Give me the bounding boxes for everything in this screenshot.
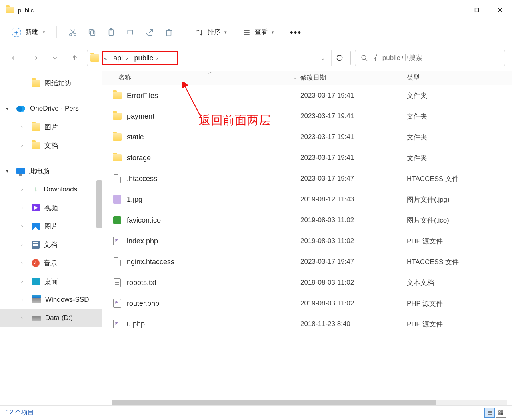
sidebar-item-label: 图片: [44, 222, 58, 231]
file-row[interactable]: u.php 2018-11-23 8:40 PHP 源文件: [102, 314, 512, 334]
svg-line-7: [71, 29, 74, 34]
maximize-button[interactable]: [465, 0, 488, 20]
sidebar-item-音乐[interactable]: › 音乐: [0, 254, 102, 272]
new-button[interactable]: ＋ 新建 ▾: [8, 25, 49, 40]
file-row[interactable]: .htaccess 2023-03-17 19:47 HTACCESS 文件: [102, 168, 512, 189]
window-folder-icon: [6, 7, 14, 13]
sidebar-item-图片[interactable]: › 图片: [0, 118, 102, 136]
share-button[interactable]: [141, 24, 158, 40]
cut-button[interactable]: [64, 24, 82, 40]
caret-icon: ›: [21, 242, 28, 247]
file-row[interactable]: robots.txt 2019-08-03 11:02 文本文档: [102, 272, 512, 293]
horizontal-scrollbar[interactable]: [112, 400, 507, 405]
svg-rect-12: [127, 31, 132, 34]
sidebar-item-OneDrive - Pers[interactable]: ▾ OneDrive - Pers: [0, 100, 102, 118]
sidebar-item-Downloads[interactable]: › ↓ Downloads: [0, 180, 102, 199]
file-type: 图片文件(.jpg): [407, 195, 450, 204]
toolbar: ＋ 新建 ▾ 排序 ▾ 查看 ▾ •••: [0, 20, 512, 45]
status-bar: 12 个项目: [0, 405, 512, 420]
minimize-button[interactable]: [442, 0, 465, 20]
sidebar-item-图纸加边[interactable]: 图纸加边: [0, 74, 102, 92]
sidebar-item-Windows-SSD[interactable]: › Windows-SSD: [0, 291, 102, 309]
more-button[interactable]: •••: [287, 27, 305, 38]
sidebar-item-桌面[interactable]: › 桌面: [0, 272, 102, 291]
details-view-button[interactable]: [484, 408, 495, 418]
window-controls: [442, 0, 512, 20]
delete-button[interactable]: [160, 24, 178, 40]
sidebar-item-此电脑[interactable]: ▾ 此电脑: [0, 162, 102, 180]
file-type: PHP 源文件: [407, 299, 443, 308]
main-pane: ︿ 名称 ⌄ 修改日期 类型 ErrorFiles 2023-03-17 19:…: [102, 71, 512, 405]
up-button[interactable]: [67, 50, 83, 66]
svg-rect-32: [499, 411, 500, 412]
breadcrumb-public[interactable]: public ›: [132, 54, 160, 62]
sidebar-item-label: OneDrive - Pers: [30, 105, 79, 113]
column-name[interactable]: ︿ 名称 ⌄: [102, 74, 300, 82]
column-type-label: 类型: [407, 74, 420, 81]
close-button[interactable]: [488, 0, 512, 20]
sidebar-item-图片[interactable]: › 图片: [0, 217, 102, 235]
sidebar-item-label: 音乐: [44, 259, 57, 268]
column-type[interactable]: 类型: [407, 74, 512, 82]
sidebar-item-视频[interactable]: › 视频: [0, 199, 102, 217]
caret-icon: ›: [21, 205, 28, 211]
svg-rect-8: [90, 31, 95, 35]
window-title: public: [18, 7, 34, 14]
file-row[interactable]: favicon.ico 2019-08-03 11:02 图片文件(.ico): [102, 210, 512, 231]
file-date: 2019-08-03 11:02: [300, 299, 407, 307]
file-row[interactable]: ErrorFiles 2023-03-17 19:41 文件夹: [102, 85, 512, 106]
file-date: 2023-03-17 19:47: [300, 175, 407, 183]
caret-icon: ▾: [6, 168, 12, 174]
file-type: HTACCESS 文件: [407, 257, 459, 267]
file-row[interactable]: storage 2023-03-17 19:41 文件夹: [102, 147, 512, 168]
copy-button[interactable]: [83, 24, 101, 40]
sidebar-item-label: 文档: [44, 141, 58, 150]
scrollbar-thumb[interactable]: [96, 180, 102, 228]
forward-button[interactable]: [27, 50, 43, 66]
column-date[interactable]: 修改日期: [300, 74, 407, 82]
column-name-label: 名称: [118, 74, 131, 82]
file-date: 2019-08-03 11:02: [300, 279, 407, 287]
svg-rect-9: [89, 29, 94, 34]
breadcrumb-api[interactable]: api ›: [111, 54, 130, 62]
folder-icon: [112, 113, 123, 120]
search-input[interactable]: [374, 54, 499, 62]
file-row[interactable]: 1.jpg 2019-08-12 11:43 图片文件(.jpg): [102, 189, 512, 210]
sidebar-item-文档[interactable]: › 文档: [0, 235, 102, 254]
back-button[interactable]: [7, 50, 23, 66]
file-date: 2023-03-17 19:41: [300, 112, 407, 120]
sidebar-item-label: Windows-SSD: [45, 296, 89, 304]
view-button[interactable]: 查看 ▾: [240, 28, 277, 36]
scrollbar-thumb[interactable]: [112, 400, 436, 405]
file-name: index.php: [127, 237, 300, 245]
refresh-button[interactable]: [331, 50, 347, 66]
file-row[interactable]: static 2023-03-17 19:41 文件夹: [102, 127, 512, 147]
chevron-down-icon: ▾: [224, 30, 227, 35]
view-mode-buttons: [484, 408, 506, 418]
file-name: router.php: [127, 299, 300, 308]
tiles-view-button[interactable]: [496, 408, 506, 418]
caret-icon: ›: [21, 124, 28, 130]
file-row[interactable]: router.php 2019-08-03 11:02 PHP 源文件: [102, 293, 512, 314]
file-row[interactable]: nginx.htaccess 2023-03-17 19:47 HTACCESS…: [102, 251, 512, 272]
sidebar-item-Data (D:)[interactable]: › Data (D:): [0, 309, 102, 327]
file-row[interactable]: payment 2023-03-17 19:41 文件夹: [102, 106, 512, 127]
address-bar[interactable]: « api › public › ⌄: [87, 50, 351, 66]
rename-button[interactable]: [122, 24, 139, 40]
file-row[interactable]: index.php 2019-08-03 11:02 PHP 源文件: [102, 231, 512, 251]
file-date: 2023-03-17 19:41: [300, 133, 407, 141]
sidebar-item-label: Data (D:): [45, 314, 73, 322]
chevron-right-icon: ›: [156, 55, 158, 61]
address-dropdown[interactable]: ⌄: [316, 55, 330, 61]
breadcrumb-label: api: [113, 54, 123, 62]
paste-button[interactable]: [102, 24, 120, 40]
search-bar[interactable]: [355, 50, 505, 66]
column-dropdown-icon[interactable]: ⌄: [293, 75, 296, 80]
file-name: storage: [127, 154, 300, 162]
file-date: 2019-08-03 11:02: [300, 216, 407, 224]
folder-icon: [112, 92, 123, 99]
recent-button[interactable]: [47, 50, 63, 66]
sidebar-item-文档[interactable]: › 文档: [0, 136, 102, 155]
breadcrumb-overflow[interactable]: «: [102, 55, 109, 61]
sort-button[interactable]: 排序 ▾: [192, 28, 230, 36]
